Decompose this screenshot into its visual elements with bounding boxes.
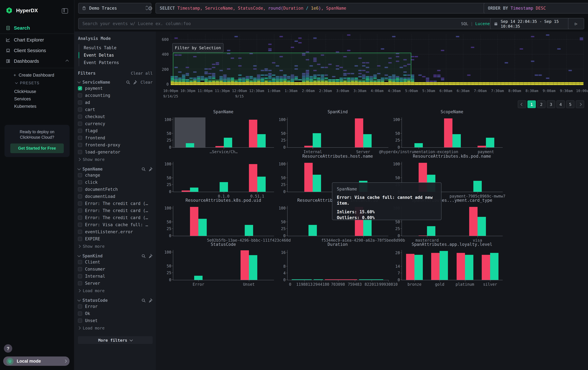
lang-sql-toggle[interactable]: SQL (461, 21, 468, 26)
checkbox[interactable] (78, 180, 82, 184)
inlier-bar[interactable] (257, 177, 266, 192)
chevron-down-icon[interactable] (77, 298, 81, 301)
inlier-bar[interactable] (186, 143, 194, 147)
page-button-3[interactable]: 3 (547, 100, 555, 108)
checkbox[interactable] (78, 267, 82, 271)
gear-icon[interactable]: ⚙ (148, 5, 153, 11)
date-range-picker[interactable]: Sep 14 22:04:35 - Sep 15 10:04:35 (490, 18, 571, 29)
page-button-5[interactable]: 5 (566, 100, 575, 108)
checkbox[interactable] (78, 143, 82, 147)
inlier-bar[interactable] (414, 255, 423, 280)
create-dashboard-button[interactable]: +Create Dashboard (13, 73, 54, 78)
checkbox[interactable] (78, 304, 82, 309)
checkbox[interactable] (78, 216, 82, 220)
inlier-bar[interactable] (245, 225, 253, 236)
search-icon[interactable] (141, 254, 146, 258)
filter-by-selection-button[interactable]: Filter by Selection (172, 43, 223, 52)
sidebar-item-clickhouse[interactable]: ClickHouse (14, 89, 36, 94)
filter-option[interactable]: load-generator (78, 149, 153, 155)
inlier-bar[interactable] (414, 143, 423, 147)
pin-icon[interactable] (133, 80, 137, 84)
analysis-mode-option-results-table[interactable]: Results Table (79, 44, 153, 51)
filter-option[interactable]: click (78, 179, 153, 186)
checkbox[interactable] (78, 237, 82, 241)
filter-option[interactable]: Error (78, 303, 153, 310)
pin-icon[interactable] (148, 167, 153, 171)
checkbox[interactable] (78, 319, 82, 323)
outlier-bar[interactable] (406, 254, 414, 280)
outlier-bar[interactable] (431, 253, 440, 280)
presets-section-toggle[interactable]: PRESETS (15, 81, 40, 85)
inlier-bar[interactable] (427, 226, 436, 236)
filter-option[interactable]: documentFetch (78, 186, 153, 193)
filter-option[interactable]: Consumer (78, 266, 153, 272)
checkbox[interactable] (78, 274, 82, 278)
checkbox[interactable] (78, 201, 82, 206)
outlier-bar[interactable] (215, 146, 224, 147)
filter-option[interactable]: EXPIRE (78, 236, 153, 242)
checkbox[interactable] (78, 209, 82, 213)
inlier-bar[interactable] (478, 217, 486, 236)
chart-plot-area[interactable]: 02550100…Service/Ch… (173, 117, 274, 148)
chart-plot-area[interactable]: 02550100ErrorUnset (173, 250, 274, 280)
filter-option[interactable]: checkout (78, 113, 153, 120)
checkbox[interactable] (78, 93, 82, 98)
checkbox[interactable]: ✓ (78, 86, 82, 90)
inlier-bar[interactable] (309, 225, 317, 236)
outlier-bar[interactable] (419, 235, 427, 236)
filter-option[interactable]: frontend-proxy (78, 141, 153, 148)
checkbox[interactable] (78, 115, 82, 119)
filter-option[interactable]: ad (78, 99, 153, 106)
checkbox[interactable] (78, 194, 82, 199)
inlier-bar[interactable] (473, 181, 482, 192)
analysis-mode-option-event-patterns[interactable]: Event Patterns (79, 59, 153, 66)
checkbox[interactable] (78, 129, 82, 133)
checkbox[interactable] (78, 100, 82, 105)
checkbox[interactable] (78, 260, 82, 264)
outlier-bar[interactable] (304, 146, 313, 147)
filter-group-title[interactable]: SpanName (83, 167, 103, 171)
clear-filter-button[interactable]: Clear (141, 80, 153, 85)
search-icon[interactable] (126, 80, 131, 84)
lang-lucene-toggle[interactable]: Lucene (475, 21, 490, 26)
filter-option[interactable]: documentLoad (78, 193, 153, 200)
inlier-bar[interactable] (224, 138, 232, 147)
filter-option[interactable]: cart (78, 106, 153, 113)
more-filters-button[interactable]: More filters (78, 336, 153, 344)
inlier-bar[interactable] (486, 138, 494, 147)
checkbox[interactable] (78, 223, 82, 227)
prev-page-button[interactable] (518, 100, 526, 108)
search-icon[interactable] (141, 167, 146, 171)
pin-icon[interactable] (148, 254, 153, 258)
pin-icon[interactable] (148, 298, 153, 303)
outlier-bar[interactable] (456, 253, 465, 280)
checkbox[interactable] (78, 187, 82, 191)
inlier-bar[interactable] (452, 134, 461, 147)
checkbox[interactable] (78, 311, 82, 316)
inlier-bar[interactable] (363, 219, 372, 236)
outlier-bar[interactable] (478, 146, 486, 147)
sidebar-item-chart-explorer[interactable]: Chart Explorer (6, 37, 44, 42)
filter-option[interactable]: Server (78, 280, 153, 287)
checkbox[interactable] (78, 173, 82, 177)
outlier-bar[interactable] (355, 118, 363, 147)
filter-option[interactable]: Error: The credit card (… (78, 207, 153, 214)
chart-plot-area[interactable]: 02550100@hyperdx/instrumentation-excepti… (401, 117, 503, 148)
filter-option[interactable]: flagd (78, 127, 153, 134)
collapse-sidebar-icon[interactable] (62, 8, 68, 13)
sidebar-item-kubernetes[interactable]: Kubernetes (14, 104, 36, 109)
filter-option[interactable]: frontend (78, 134, 153, 141)
sidebar-item-search[interactable]: Search (6, 25, 30, 30)
inlier-bar[interactable] (190, 188, 198, 192)
chevron-down-icon[interactable] (77, 254, 81, 257)
chart-plot-area[interactable]: 0481601198813294418070309875948382201399… (287, 250, 388, 280)
filter-option[interactable]: ✓payment (78, 85, 153, 92)
outlier-bar[interactable] (249, 164, 257, 192)
inlier-bar[interactable] (313, 133, 321, 147)
checkbox[interactable] (78, 150, 82, 154)
search-input[interactable]: Search your events w/ Lucene ex. column:… (78, 18, 494, 29)
show-more-button[interactable]: Show more (78, 156, 153, 162)
inlier-bar[interactable] (249, 255, 257, 280)
order-by-input[interactable]: ORDER BY Timestamp DESC (484, 3, 588, 13)
clear-all-button[interactable]: Clear all (131, 71, 153, 76)
